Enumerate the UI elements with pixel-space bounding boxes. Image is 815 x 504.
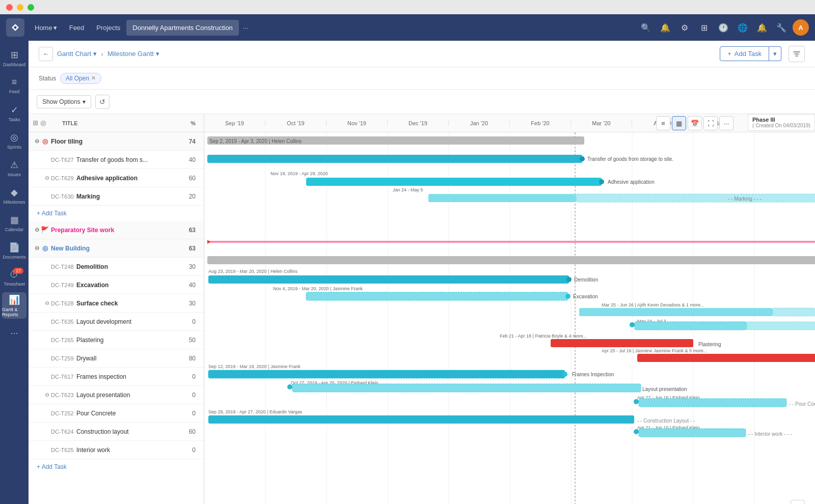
task-row-dc-t635[interactable]: DC-T635 Layout development 0 [29,313,204,331]
bar-drywall[interactable] [637,354,815,362]
expand-dc-t628[interactable]: ⊖ [43,299,51,307]
expand-floor-tiling[interactable]: ⊖ [33,137,41,146]
group-pct-new-building: 63 [179,245,200,252]
expand-dc-t623[interactable]: ⊖ [43,391,51,399]
timesheet-badge: 27 [13,268,23,274]
sidebar-item-milestones[interactable]: ◆ Milestones [2,182,26,209]
bell-icon[interactable]: 🔔 [754,19,770,36]
task-row-dc-t625[interactable]: DC-T625 Interior work 0 [29,441,204,459]
add-task-new-building[interactable]: + Add Task [29,459,204,474]
sidebar-item-feed[interactable]: ≡ Feed [2,72,26,99]
sidebar-item-tasks[interactable]: ✓ Tasks [2,100,26,126]
bar-surface-check[interactable] [579,308,773,316]
bar-plastering[interactable] [551,339,693,347]
svg-text:Apr 20 - Jul 16 | Jasmine Jasm: Apr 20 - Jul 16 | Jasmine Jasmine Frank … [602,348,707,353]
status-label: Status [39,75,56,82]
task-name-dc-t628: DC-T628 Surface check [51,300,179,307]
bar-transfer-of-goods[interactable] [207,155,582,163]
sidebar-item-documents[interactable]: 📄 Documents [2,237,26,264]
task-row-dc-t248[interactable]: DC-T248 Demolition 30 [29,258,204,276]
status-tag-all-open[interactable]: All Open ✕ [60,73,101,84]
gantt-chart[interactable]: Sep '19 Oct '19 Nov '19 Dec '19 Jan '20 … [204,114,815,504]
gantt-chart-link[interactable]: Gantt Chart ▾ [57,50,97,58]
group-row-floor-tiling[interactable]: ⊖ ◎ Floor tiling 74 [29,132,204,151]
minimize-btn[interactable] [17,4,23,11]
tasks-icon: ✓ [11,104,18,116]
sidebar-item-sprints[interactable]: ◎ Sprints [2,127,26,154]
notification-icon[interactable]: 🔔 [657,19,673,36]
clock-icon[interactable]: 🕐 [715,19,731,36]
user-avatar[interactable]: A [793,19,809,36]
add-task-dropdown-btn[interactable]: ▾ [769,46,781,61]
zoom-in-button[interactable]: + [791,500,805,504]
task-row-dc-t623[interactable]: ⊖ DC-T623 Layout presentation 0 [29,386,204,404]
status-tag-close-icon[interactable]: ✕ [91,75,96,81]
month-jan20: Jan '20 [449,120,510,126]
bar-pour-concrete[interactable] [639,399,786,407]
sidebar-item-issues[interactable]: ⚠ Issues [2,155,26,181]
gantt-more-btn[interactable]: ··· [719,116,734,130]
group-row-new-building[interactable]: ⊖ ◎ New Building 63 [29,239,204,258]
globe-icon[interactable]: 🌐 [735,19,751,36]
tool-icon[interactable]: 🔧 [773,19,790,36]
svg-text:Demolition: Demolition [574,277,598,283]
svg-text:Jan 24 - May 5: Jan 24 - May 5 [393,187,423,192]
app-logo[interactable] [6,18,24,37]
bar-demolition[interactable] [208,275,569,284]
search-icon[interactable]: 🔍 [638,19,654,36]
sidebar-item-timesheet[interactable]: ⏱ Timesheet 27 [2,265,26,291]
milestone-gantt-link[interactable]: Milestone Gantt ▾ [107,50,159,58]
add-task-button[interactable]: + Add Task [720,46,769,61]
task-row-dc-t628[interactable]: ⊖ DC-T628 Surface check 30 [29,294,204,313]
task-row-dc-t627[interactable]: DC-T627 Transfer of goods from s... 40 [29,151,204,169]
expand-dc-t630 [43,192,51,201]
task-row-dc-t265[interactable]: DC-T265 Plastering 50 [29,331,204,349]
task-row-dc-t249[interactable]: DC-T249 Excavation 40 [29,276,204,294]
phase-label: Phase III ( Created On 04/03/2019) [748,114,815,131]
expand-new-building[interactable]: ⊖ [33,244,41,253]
sidebar-item-gantt[interactable]: 📊 Gantt & Reports [2,292,26,319]
bar-construction-layout[interactable] [208,415,634,424]
sidebar-item-dashboard[interactable]: ⊞ Dashboard [2,45,26,71]
nav-projects[interactable]: Projects [90,20,126,36]
gantt-fullscreen-btn[interactable]: ⛶ [703,116,718,130]
gantt-calendar-view-btn[interactable]: 📅 [688,116,702,130]
filter-button[interactable] [789,46,805,62]
sidebar-item-calendar[interactable]: ▦ Calendar [2,210,26,236]
bar-marking[interactable] [428,194,576,202]
task-row-dc-t617[interactable]: DC-T617 Frames inspection 0 [29,368,204,386]
gantt-months-header: Sep '19 Oct '19 Nov '19 Dec '19 Jan '20 … [204,114,815,132]
task-row-dc-t624[interactable]: DC-T624 Construction layout 60 [29,423,204,441]
bar-adhesive-app[interactable] [306,178,602,186]
nav-feed[interactable]: Feed [63,20,91,36]
back-button[interactable]: ← [39,47,53,61]
bar-excavation[interactable] [306,292,568,300]
grid-icon[interactable]: ⊞ [696,19,712,36]
task-row-dc-t630[interactable]: DC-T630 Marking 20 [29,187,204,206]
settings-icon[interactable]: ⚙ [676,19,693,36]
svg-text:Sep 12, 2019 - Mar 19, 2020 | : Sep 12, 2019 - Mar 19, 2020 | Jasmine Fr… [208,364,301,369]
task-row-dc-t629[interactable]: ⊖ DC-T629 Adhesive application 60 [29,169,204,187]
add-task-floor-tiling[interactable]: + Add Task [29,206,204,221]
bar-frames-inspection[interactable] [208,370,565,378]
group-pct-preparatory: 63 [179,227,200,234]
task-row-dc-t252[interactable]: DC-T252 Pour Concrete 0 [29,404,204,423]
expand-dc-t629[interactable]: ⊖ [43,174,51,182]
svg-text:Sep 2, 2019 - Apr 3, 2020 | He: Sep 2, 2019 - Apr 3, 2020 | Helen Collin… [209,138,302,144]
group-row-preparatory[interactable]: ⊖ 🚩 Preparatory Site work 63 [29,221,204,239]
task-row-dc-t259[interactable]: DC-T259 Drywall 80 [29,349,204,368]
expand-preparatory[interactable]: ⊖ [33,226,41,234]
bar-layout-presentation[interactable] [292,384,641,392]
bar-layout-dev[interactable] [635,322,747,330]
nav-project-tab[interactable]: Donnelly Apartments Construction [126,20,239,36]
gantt-bar-view-btn[interactable]: ▦ [672,116,686,130]
gantt-list-view-btn[interactable]: ≡ [656,116,670,130]
sidebar-item-more[interactable]: ··· [2,320,26,346]
maximize-btn[interactable] [28,4,34,11]
nav-home[interactable]: Home ▾ [29,20,63,36]
nav-more[interactable]: ··· [239,20,253,36]
bar-interior-work[interactable] [639,429,746,437]
close-btn[interactable] [6,4,13,11]
refresh-button[interactable]: ↺ [95,95,110,109]
show-options-button[interactable]: Show Options ▾ [37,95,91,108]
